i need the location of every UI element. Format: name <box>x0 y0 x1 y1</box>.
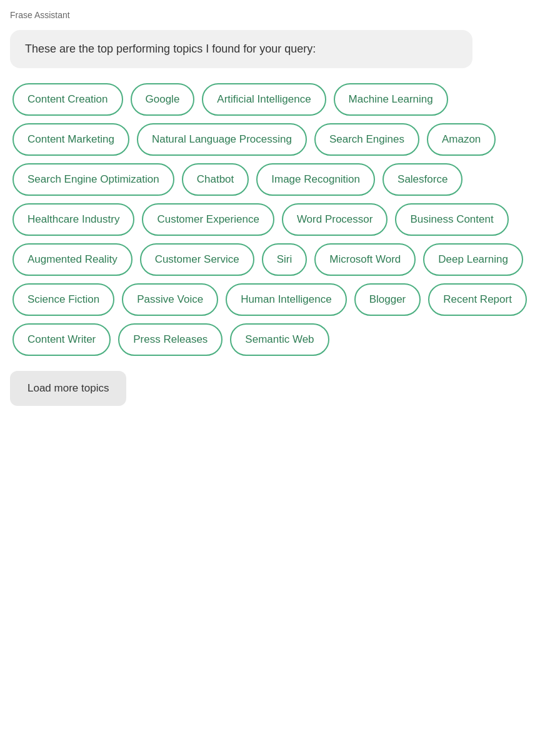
topics-container: Content CreationGoogleArtificial Intelli… <box>10 83 550 356</box>
topic-tag[interactable]: Image Recognition <box>256 163 375 196</box>
topic-tag[interactable]: Semantic Web <box>230 323 329 356</box>
topic-tag[interactable]: Passive Voice <box>122 283 218 316</box>
topic-tag[interactable]: Customer Experience <box>142 203 274 236</box>
topic-tag[interactable]: Search Engine Optimization <box>12 163 174 196</box>
topic-tag[interactable]: Augmented Reality <box>12 243 132 276</box>
topic-tag[interactable]: Healthcare Industry <box>12 203 134 236</box>
topic-tag[interactable]: Blogger <box>354 283 421 316</box>
topic-tag[interactable]: Recent Report <box>428 283 527 316</box>
topic-tag[interactable]: Artificial Intelligence <box>202 83 326 116</box>
topic-tag[interactable]: Search Engines <box>314 123 419 156</box>
topic-tag[interactable]: Press Releases <box>118 323 222 356</box>
topic-tag[interactable]: Business Content <box>395 203 508 236</box>
topic-tag[interactable]: Salesforce <box>382 163 462 196</box>
topic-tag[interactable]: Content Writer <box>12 323 111 356</box>
topic-tag[interactable]: Google <box>131 83 195 116</box>
topic-tag[interactable]: Content Creation <box>12 83 123 116</box>
topic-tag[interactable]: Chatbot <box>182 163 249 196</box>
topic-tag[interactable]: Natural Language Processing <box>137 123 307 156</box>
assistant-bubble: These are the top performing topics I fo… <box>10 30 472 68</box>
topic-tag[interactable]: Human Intelligence <box>226 283 347 316</box>
topic-tag[interactable]: Siri <box>262 243 308 276</box>
topic-tag[interactable]: Amazon <box>427 123 496 156</box>
assistant-message: These are the top performing topics I fo… <box>25 43 316 55</box>
load-more-button[interactable]: Load more topics <box>10 371 126 406</box>
topic-tag[interactable]: Machine Learning <box>334 83 448 116</box>
topic-tag[interactable]: Microsoft Word <box>314 243 416 276</box>
topic-tag[interactable]: Content Marketing <box>12 123 129 156</box>
app-title: Frase Assistant <box>10 10 550 20</box>
topic-tag[interactable]: Science Fiction <box>12 283 114 316</box>
topic-tag[interactable]: Customer Service <box>140 243 254 276</box>
topic-tag[interactable]: Deep Learning <box>423 243 523 276</box>
topic-tag[interactable]: Word Processor <box>282 203 388 236</box>
